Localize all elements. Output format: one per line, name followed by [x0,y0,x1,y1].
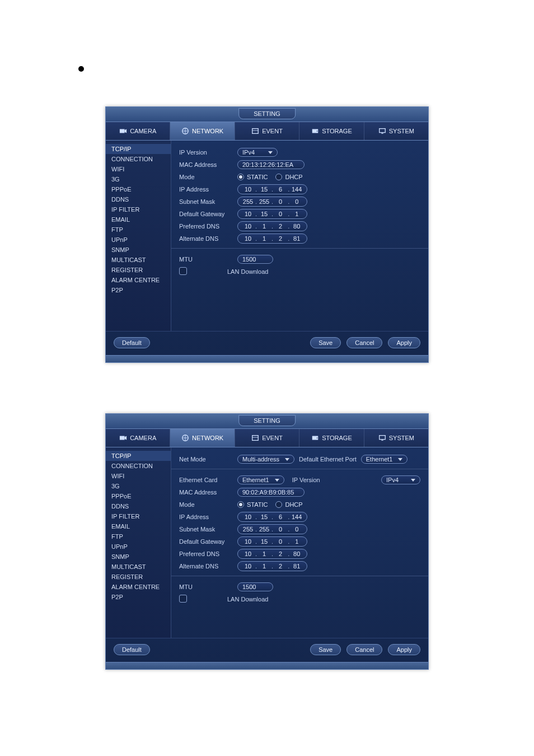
ip-version-select[interactable]: IPv4 [237,148,278,157]
tab-label-event: EVENT [262,128,283,134]
svg-marker-1 [125,129,127,133]
save-button[interactable]: Save [310,644,341,655]
sidebar-item-p2p[interactable]: P2P [106,285,171,295]
sidebar-item-email[interactable]: EMAIL [106,214,171,225]
settings-window-1: SETTING CAMERA NETWORK EVENT STORAGE SYS… [105,106,429,363]
mtu-input[interactable]: 1500 [237,582,273,591]
gateway-input[interactable]: 10. 15. 0. 1 [237,209,307,219]
sidebar-item-wifi[interactable]: WIFI [106,471,171,481]
alt-dns-input[interactable]: 10. 1. 2. 81 [237,561,307,571]
default-port-select[interactable]: Ethernet1 [361,455,408,464]
mtu-input[interactable]: 1500 [237,255,273,264]
tab-event[interactable]: EVENT [235,122,299,140]
sidebar-item-connection[interactable]: CONNECTION [106,154,171,164]
radio-circle-icon [275,501,282,508]
pref-dns-input[interactable]: 10. 1. 2. 80 [237,221,307,231]
sidebar-item-connection[interactable]: CONNECTION [106,461,171,471]
tab-network[interactable]: NETWORK [170,429,235,447]
default-button[interactable]: Default [114,644,150,655]
footer-strip [106,662,428,669]
lan-download-checkbox[interactable] [179,595,187,603]
subnet-input[interactable]: 255. 255. 0. 0 [237,197,307,207]
sidebar-item-ddns[interactable]: DDNS [106,194,171,204]
default-button[interactable]: Default [114,337,150,348]
sidebar-item-tcp-ip[interactable]: TCP/IP [106,451,171,461]
eth-card-select[interactable]: Ethernet1 [237,475,284,484]
sidebar-item-email[interactable]: EMAIL [106,521,171,531]
sidebar-item-ip-filter[interactable]: IP FILTER [106,511,171,521]
sidebar-item-alarm-centre[interactable]: ALARM CENTRE [106,275,171,285]
label-eth-card: Ethernet Card [179,477,233,483]
tab-event[interactable]: EVENT [235,429,299,447]
tab-label-storage: STORAGE [322,435,352,441]
sidebar-item-3g[interactable]: 3G [106,481,171,491]
radio-static[interactable]: STATIC [237,174,268,180]
sidebar-item-tcp-ip[interactable]: TCP/IP [106,144,171,154]
svg-rect-8 [381,133,383,134]
tab-camera[interactable]: CAMERA [106,122,170,140]
radio-dot-icon [237,501,244,508]
sidebar-item-ftp[interactable]: FTP [106,225,171,235]
tab-network[interactable]: NETWORK [170,122,235,140]
gateway-input[interactable]: 10. 15. 0. 1 [237,536,307,547]
tab-label-camera: CAMERA [130,435,156,441]
svg-rect-17 [381,440,383,441]
sidebar-item-ip-filter[interactable]: IP FILTER [106,204,171,214]
sidebar-item-register[interactable]: REGISTER [106,265,171,275]
eth-card-value: Ethernet1 [242,475,269,484]
system-icon [378,127,386,135]
pref-dns-input[interactable]: 10. 1. 2. 80 [237,549,307,559]
svg-rect-16 [379,436,385,440]
camera-icon [119,127,127,135]
radio-dhcp[interactable]: DHCP [275,174,302,180]
ip-address-input[interactable]: 10. 15. 6. 144 [237,512,307,522]
sidebar-item-alarm-centre[interactable]: ALARM CENTRE [106,582,171,592]
cancel-button[interactable]: Cancel [346,337,382,348]
sidebar-item-wifi[interactable]: WIFI [106,164,171,174]
tab-storage[interactable]: STORAGE [299,122,364,140]
radio-dhcp[interactable]: DHCP [275,501,302,508]
label-mac: MAC Address [179,161,233,168]
sidebar-item-multicast[interactable]: MULTICAST [106,562,171,572]
tab-system[interactable]: SYSTEM [364,429,428,447]
sidebar-item-ftp[interactable]: FTP [106,531,171,542]
label-ip: IP Address [179,186,233,193]
net-mode-select[interactable]: Multi-address [237,455,294,464]
label-mode: Mode [179,501,233,508]
sidebar-item-pppoe[interactable]: PPPoE [106,491,171,501]
sidebar-item-upnp[interactable]: UPnP [106,235,171,245]
apply-button[interactable]: Apply [388,644,420,655]
label-pref-dns: Preferred DNS [179,550,233,557]
ip-version-select[interactable]: IPv4 [381,475,420,484]
sidebar-item-register[interactable]: REGISTER [106,572,171,582]
tab-system[interactable]: SYSTEM [364,122,428,140]
save-button[interactable]: Save [310,337,341,348]
svg-rect-3 [252,129,259,134]
sidebar-item-multicast[interactable]: MULTICAST [106,255,171,265]
label-mac: MAC Address [179,489,233,496]
ip-version-value: IPv4 [242,148,255,157]
label-mtu: MTU [179,256,233,263]
label-subnet: Subnet Mask [179,526,233,533]
mac-value: 90:02:A9:B9:0B:85 [242,488,294,497]
ip-address-input[interactable]: 10. 15. 6. 144 [237,184,307,194]
lan-download-checkbox[interactable] [179,267,187,275]
tab-storage[interactable]: STORAGE [299,429,364,447]
radio-static[interactable]: STATIC [237,501,268,508]
sidebar-item-snmp[interactable]: SNMP [106,245,171,255]
subnet-input[interactable]: 255. 255. 0. 0 [237,524,307,534]
net-mode-value: Multi-address [242,455,279,464]
apply-button[interactable]: Apply [388,337,420,348]
label-alt-dns: Alternate DNS [179,235,233,242]
sidebar-item-3g[interactable]: 3G [106,174,171,184]
sidebar-item-snmp[interactable]: SNMP [106,552,171,562]
alt-dns-input[interactable]: 10. 1. 2. 81 [237,234,307,244]
mac-field: 20:13:12:26:12:EA [237,160,305,169]
tab-camera[interactable]: CAMERA [106,429,170,447]
sidebar-item-ddns[interactable]: DDNS [106,501,171,511]
ip-version-value: IPv4 [386,475,399,484]
sidebar-item-pppoe[interactable]: PPPoE [106,184,171,194]
sidebar-item-upnp[interactable]: UPnP [106,542,171,552]
cancel-button[interactable]: Cancel [346,644,382,655]
sidebar-item-p2p[interactable]: P2P [106,592,171,602]
